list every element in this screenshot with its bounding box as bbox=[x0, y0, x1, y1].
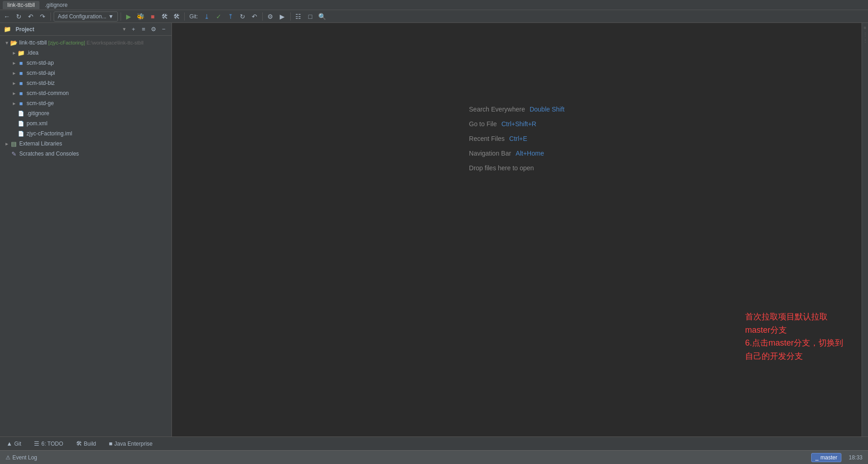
branch-icon: ⎯ bbox=[815, 454, 818, 461]
debug-btn[interactable]: 🐝 bbox=[136, 11, 146, 22]
drop-files-line: Drop files here to open bbox=[469, 164, 534, 172]
scm-api-icon: ■ bbox=[17, 69, 25, 77]
recent-files-line: Recent Files Ctrl+E bbox=[469, 135, 527, 142]
tree-item-iml[interactable]: ► 📄 zjyc-cFactoring.iml bbox=[0, 129, 171, 139]
scm-ap-arrow: ► bbox=[11, 60, 17, 66]
branch-indicator[interactable]: ⎯ master bbox=[811, 453, 841, 462]
git-fetch-btn[interactable]: ⤓ bbox=[202, 11, 212, 22]
root-label: link-ttc-stbll [zjyc-cFactoring] E:\work… bbox=[19, 39, 144, 46]
annotation-panel: 首次拉取项目默认拉取 master分支 6.点击master分支，切换到 自己的… bbox=[745, 310, 843, 363]
settings-btn[interactable]: ⚙ bbox=[265, 11, 276, 22]
annotation-line3: 6.点击master分支，切换到 bbox=[745, 336, 843, 350]
nav-bar-shortcut: Alt+Home bbox=[516, 150, 544, 157]
status-right: ⎯ master 18:33 bbox=[811, 453, 864, 462]
right-bar-icon1[interactable]: ≡ bbox=[862, 25, 868, 30]
goto-file-line: Go to File Ctrl+Shift+R bbox=[469, 120, 536, 128]
annotation-line2: master分支 bbox=[745, 324, 843, 337]
pom-icon: 📄 bbox=[17, 120, 25, 127]
tree-item-scm-common[interactable]: ► ■ scm-std-common bbox=[0, 88, 171, 98]
sidebar-collapse-btn[interactable]: ≡ bbox=[139, 25, 148, 34]
nav-bar-text: Navigation Bar bbox=[469, 150, 511, 157]
terminal-btn[interactable]: ▶ bbox=[277, 11, 287, 22]
git-pull-btn[interactable]: ↻ bbox=[238, 11, 248, 22]
tab-main[interactable]: link-ttc-stbll bbox=[3, 1, 39, 9]
right-bar-icon3[interactable]: ⋮ bbox=[862, 38, 868, 43]
git-push-btn[interactable]: ⤒ bbox=[226, 11, 236, 22]
scm-biz-icon: ■ bbox=[17, 79, 25, 87]
scm-ge-icon: ■ bbox=[17, 100, 25, 107]
tree-item-gitignore[interactable]: ► 📄 .gitignore bbox=[0, 108, 171, 118]
scm-api-arrow: ► bbox=[11, 70, 17, 76]
build2-btn[interactable]: 🛠 bbox=[171, 11, 182, 22]
right-bar-icon2[interactable]: ⋮ bbox=[862, 31, 868, 37]
status-left: ⚠ Event Log bbox=[4, 453, 39, 462]
toolbar-sep5 bbox=[290, 12, 291, 21]
scm-common-arrow: ► bbox=[11, 90, 17, 96]
editor-area: Search Everywhere Double Shift Go to Fil… bbox=[172, 23, 862, 436]
build-btn[interactable]: 🛠 bbox=[160, 11, 170, 22]
toolbar-back-btn[interactable]: ← bbox=[2, 11, 12, 22]
tree-item-ext-libs[interactable]: ► ▤ External Libraries bbox=[0, 139, 171, 149]
sidebar-add-btn[interactable]: + bbox=[129, 25, 138, 34]
java-enterprise-icon: ■ bbox=[109, 440, 112, 447]
sidebar: 📁 Project ▼ + ≡ ⚙ − ▼ 📂 link-ttc-stbll [… bbox=[0, 23, 172, 436]
tree-item-scm-biz[interactable]: ► ■ scm-std-biz bbox=[0, 78, 171, 88]
git-checkmark-btn[interactable]: ✓ bbox=[214, 11, 224, 22]
stop-btn[interactable]: ■ bbox=[148, 11, 158, 22]
tree-item-scm-ap[interactable]: ► ■ scm-std-ap bbox=[0, 58, 171, 68]
scm-biz-label: scm-std-biz bbox=[27, 80, 55, 86]
tree-item-scratches[interactable]: ► ✎ Scratches and Consoles bbox=[0, 149, 171, 159]
toolbar-redo-btn[interactable]: ↷ bbox=[38, 11, 48, 22]
toolbar-refresh-btn[interactable]: ↻ bbox=[14, 11, 24, 22]
scm-common-icon: ■ bbox=[17, 89, 25, 97]
build-bottom-btn[interactable]: 🛠 Build bbox=[73, 439, 99, 448]
tree-item-pom[interactable]: ► 📄 pom.xml bbox=[0, 118, 171, 129]
ext-libs-arrow: ► bbox=[4, 140, 10, 147]
recent-files-shortcut: Ctrl+E bbox=[509, 135, 527, 142]
search-everywhere-btn[interactable]: 🔍 bbox=[317, 11, 327, 22]
build-bottom-label: Build bbox=[84, 441, 96, 447]
sidebar-close-btn[interactable]: − bbox=[160, 25, 168, 34]
scm-ap-label: scm-std-ap bbox=[27, 60, 54, 66]
run-btn[interactable]: ▶ bbox=[124, 11, 134, 22]
sidebar-title: Project bbox=[16, 26, 119, 33]
toolbar-sep1 bbox=[50, 12, 51, 21]
tree-root[interactable]: ▼ 📂 link-ttc-stbll [zjyc-cFactoring] E:\… bbox=[0, 38, 171, 48]
tree-item-idea[interactable]: ► 📁 .idea bbox=[0, 48, 171, 58]
pom-label: pom.xml bbox=[27, 120, 47, 127]
tab-gitignore[interactable]: .gitignore bbox=[40, 1, 72, 9]
git-bottom-btn[interactable]: ▲ Git bbox=[4, 439, 24, 448]
maximize-btn[interactable]: □ bbox=[305, 11, 315, 22]
event-log-label: Event Log bbox=[12, 454, 37, 461]
git-revert-btn[interactable]: ↶ bbox=[249, 11, 260, 22]
main-layout: 📁 Project ▼ + ≡ ⚙ − ▼ 📂 link-ttc-stbll [… bbox=[0, 23, 868, 436]
build-bottom-icon: 🛠 bbox=[76, 440, 82, 447]
search-everywhere-text: Search Everywhere bbox=[469, 106, 525, 113]
idea-label: .idea bbox=[27, 50, 39, 56]
event-log-btn[interactable]: ⚠ Event Log bbox=[4, 453, 39, 462]
status-bar: ⚠ Event Log ⎯ master 18:33 bbox=[0, 450, 868, 464]
welcome-panel: Search Everywhere Double Shift Go to Fil… bbox=[469, 106, 564, 172]
tree-item-scm-ge[interactable]: ► ■ scm-std-ge bbox=[0, 98, 171, 108]
sidebar-settings-btn[interactable]: ⚙ bbox=[149, 25, 158, 34]
search-everywhere-line: Search Everywhere Double Shift bbox=[469, 106, 564, 113]
git-bottom-label: Git bbox=[14, 441, 21, 447]
scm-ge-arrow: ► bbox=[11, 100, 17, 106]
toolbar-undo-btn[interactable]: ↶ bbox=[26, 11, 36, 22]
idea-icon: 📁 bbox=[17, 49, 25, 56]
add-config-btn[interactable]: Add Configuration... ▼ bbox=[54, 11, 118, 22]
idea-arrow: ► bbox=[11, 50, 17, 56]
toolbar: ← ↻ ↶ ↷ Add Configuration... ▼ ▶ 🐝 ■ 🛠 🛠… bbox=[0, 10, 868, 23]
layout-btn[interactable]: ☷ bbox=[293, 11, 304, 22]
toolbar-sep3 bbox=[184, 12, 185, 21]
nav-bar-line: Navigation Bar Alt+Home bbox=[469, 150, 544, 157]
recent-files-text: Recent Files bbox=[469, 135, 505, 142]
tree-item-scm-api[interactable]: ► ■ scm-std-api bbox=[0, 68, 171, 78]
scm-api-label: scm-std-api bbox=[27, 70, 55, 76]
gitignore-label: .gitignore bbox=[27, 110, 49, 117]
scm-ap-icon: ■ bbox=[17, 59, 25, 67]
project-folder-icon: 📁 bbox=[4, 26, 11, 33]
git-bottom-icon: ▲ bbox=[6, 440, 12, 447]
java-enterprise-btn[interactable]: ■ Java Enterprise bbox=[106, 439, 155, 448]
todo-bottom-btn[interactable]: ☰ 6: TODO bbox=[31, 439, 66, 448]
